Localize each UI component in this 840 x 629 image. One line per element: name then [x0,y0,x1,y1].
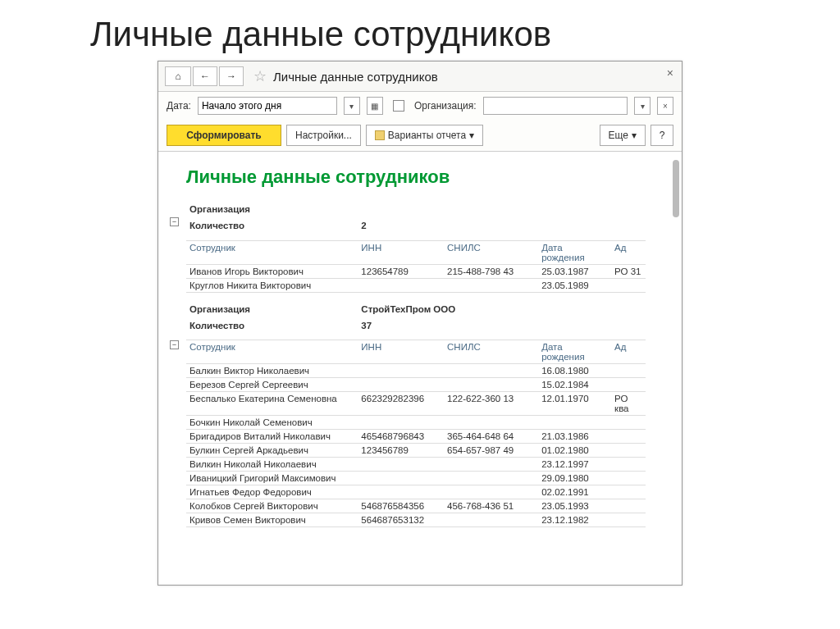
home-icon: ⌂ [175,71,180,82]
arrow-right-icon: → [226,71,236,82]
count-value: 2 [358,217,646,234]
more-label: Еще [609,130,628,141]
toolbar: Сформировать Настройки... Варианты отчет… [158,120,682,152]
table-row: Бригадиров Виталий Николавич465468796843… [186,430,646,444]
col-snils: СНИЛС [444,240,538,264]
col-inn: ИНН [358,340,444,364]
col-inn: ИНН [358,240,444,264]
slide-title: Личные данные сотрудников [0,0,840,61]
col-addr: Ад [611,340,646,364]
variants-label: Варианты отчета [388,130,466,141]
table-row: Балкин Виктор Николаевич16.08.1980 [186,364,646,378]
table-row: Кривов Семен Викторович56468765313223.12… [186,513,646,527]
count-value: 37 [358,317,646,334]
org-label: Организация: [414,100,477,112]
collapse-toggle[interactable]: − [170,340,179,349]
back-button[interactable]: ← [193,66,217,86]
chevron-down-icon: ▾ [469,130,474,141]
collapse-toggle[interactable]: − [170,217,179,226]
report-table-group-0: Организация Количество 2 Сотрудник ИНН С… [186,201,646,293]
variants-icon [375,130,385,140]
count-label: Количество [186,217,358,234]
forward-button[interactable]: → [219,66,244,86]
org-clear-button[interactable]: × [657,97,673,115]
close-button[interactable]: × [667,66,673,80]
home-button[interactable]: ⌂ [165,66,191,86]
generate-button[interactable]: Сформировать [167,125,281,146]
app-window: ⌂ ← → ☆ Личные данные сотрудников × Дата… [158,61,682,586]
org-value: СтройТехПром ООО [358,301,646,317]
settings-button[interactable]: Настройки... [286,125,361,146]
table-row: Беспалько Екатерина Семеновна66232928239… [186,392,646,416]
col-dob: Дата рождения [538,340,611,364]
org-filter-checkbox[interactable] [393,100,404,112]
favorite-star-icon[interactable]: ☆ [253,67,267,85]
col-addr: Ад [611,240,646,264]
table-row: Булкин Сергей Аркадьевич123456789654-657… [186,444,646,458]
report-area: Личные данные сотрудников − Организация … [158,152,682,585]
date-label: Дата: [167,100,191,112]
org-label: Организация [186,201,358,217]
window-title: Личные данные сотрудников [273,70,438,84]
col-employee: Сотрудник [186,340,358,364]
table-row: Иванов Игорь Викторович 123654789 215-48… [186,264,646,278]
date-calendar-button[interactable]: ▦ [367,97,383,115]
report-title: Личные данные сотрудников [186,166,670,188]
col-employee: Сотрудник [186,240,358,264]
count-label: Количество [186,317,358,334]
date-dropdown-button[interactable]: ▾ [344,97,360,115]
report-table-group-1: Организация СтройТехПром ООО Количество … [186,301,646,528]
table-row: Иваницкий Григорий Максимович29.09.1980 [186,472,646,485]
chevron-down-icon: ▾ [632,130,637,141]
table-row: Бочкин Николай Семенович [186,416,646,430]
col-snils: СНИЛС [444,340,538,364]
org-dropdown-button[interactable]: ▾ [634,97,651,115]
arrow-left-icon: ← [200,71,210,82]
org-label: Организация [186,301,358,317]
table-row: Колобков Сергей Викторович54687658435645… [186,499,646,513]
more-button[interactable]: Еще ▾ [600,125,646,146]
org-input[interactable] [483,97,628,115]
filter-bar: Дата: ▾ ▦ Организация: ▾ × [158,92,682,120]
report-variants-button[interactable]: Варианты отчета ▾ [366,125,483,146]
table-row: Круглов Никита Викторович 23.05.1989 [186,278,646,292]
table-row: Вилкин Николай Николаевич23.12.1997 [186,458,646,472]
date-input[interactable] [198,97,337,115]
col-dob: Дата рождения [538,240,611,264]
help-button[interactable]: ? [651,125,673,146]
titlebar: ⌂ ← → ☆ Личные данные сотрудников × [158,62,682,92]
org-value [358,201,646,217]
table-row: Игнатьев Федор Федорович02.02.1991 [186,485,646,499]
table-row: Березов Сергей Сергеевич15.02.1984 [186,378,646,392]
